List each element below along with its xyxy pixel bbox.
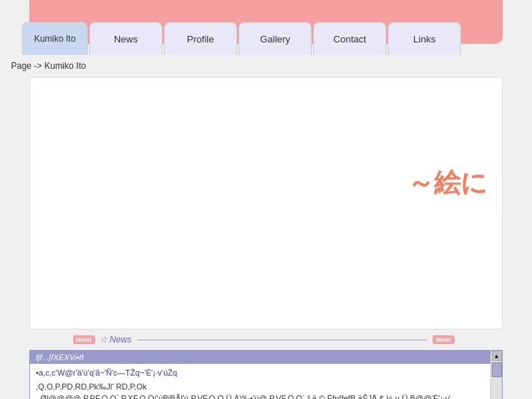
- profile-tab-label: Profile: [187, 34, 214, 45]
- nav-tab-home[interactable]: Kumiko Ito: [22, 22, 88, 55]
- gallery-tab-label: Gallery: [260, 34, 290, 45]
- links-tab-label: Links: [413, 34, 435, 45]
- nav-tab-links[interactable]: Links: [388, 22, 461, 55]
- content-line-0[interactable]: •a,c,c'W@r'ä'ù'q'ã~'Ñ'c—TŽq~'È'¡·v'úŽq: [36, 367, 496, 379]
- breadcrumb-text: Page -> Kumiko Ito: [11, 61, 86, 71]
- content-body: •a,c,c'W@r'ä'ù'q'ã~'Ñ'c—TŽq~'È'¡·v'úŽq ,…: [30, 364, 502, 399]
- nav-tab-gallery[interactable]: Gallery: [239, 22, 312, 55]
- nav-tab-contact[interactable]: Contact: [313, 22, 386, 55]
- news-tab-label: News: [114, 34, 138, 45]
- scrollbar-thumb[interactable]: [492, 362, 502, 377]
- content-line-2: –Øl@@@@,P,PF,O,O`,P,XF,O,O('úBjBÃl'ú,P,V…: [36, 392, 496, 399]
- content-box-header: fjf...[fXEXVi•ñ: [30, 351, 502, 364]
- header: Kumiko Ito News Profile Gallery Contact …: [0, 0, 532, 55]
- contact-tab-label: Contact: [334, 34, 367, 45]
- news-link[interactable]: ☆ News: [100, 335, 132, 345]
- nav-tab-profile[interactable]: Profile: [164, 22, 237, 55]
- japanese-decoration-text: ～絵に: [408, 165, 487, 201]
- nav-tab-news[interactable]: News: [89, 22, 162, 55]
- scrollbar: ▲ ▼: [490, 351, 502, 399]
- breadcrumb: Page -> Kumiko Ito: [0, 55, 532, 77]
- content-box: fjf...[fXEXVi•ñ •a,c,c'W@r'ä'ù'q'ã~'Ñ'c—…: [29, 350, 503, 399]
- scrollbar-up-button[interactable]: ▲: [492, 351, 502, 361]
- news-underline-divider: [138, 340, 427, 340]
- navigation: Kumiko Ito News Profile Gallery Contact …: [22, 0, 510, 55]
- new-badge-left: New!: [73, 335, 95, 344]
- home-tab-label: Kumiko Ito: [34, 34, 76, 44]
- main-content-area: ～絵に: [29, 77, 503, 329]
- new-badge-right: New!: [432, 335, 454, 344]
- news-bar: New! ☆ News New!: [0, 329, 532, 350]
- content-line-1: ,Q,O,P,PD,RD,Pk‰Jl' RD,P,Ok: [36, 381, 496, 393]
